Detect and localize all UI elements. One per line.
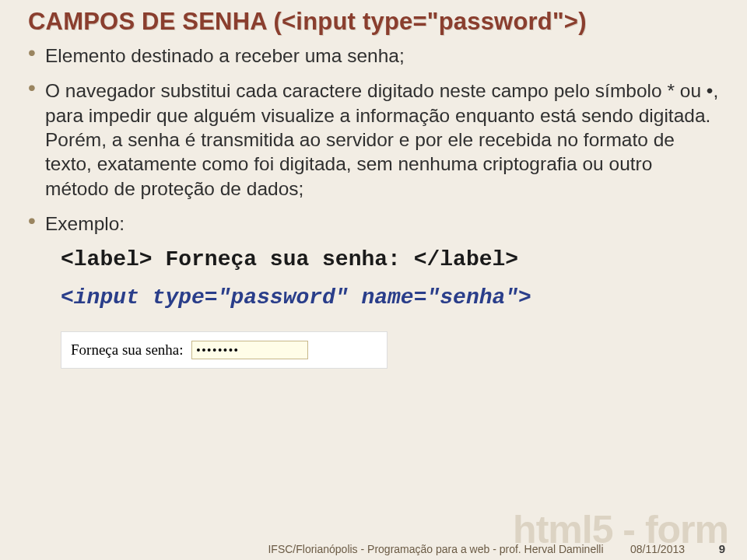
bullet-item: Elemento destinado a receber uma senha; [28, 44, 719, 68]
bullet-list: Elemento destinado a receber uma senha; … [28, 44, 719, 236]
slide-title: CAMPOS DE SENHA (<input type="password">… [28, 8, 719, 36]
footer-page-number: 9 [719, 542, 725, 555]
bullet-text: Exemplo: [45, 213, 124, 234]
example-render-box: Forneça sua senha: [61, 331, 388, 369]
bullet-item: Exemplo: [28, 212, 719, 236]
slide: CAMPOS DE SENHA (<input type="password">… [0, 0, 747, 560]
bullet-item: O navegador substitui cada caractere dig… [28, 79, 719, 201]
code-line-label: <label> Forneça sua senha: </label> [61, 247, 719, 271]
bullet-text: O navegador substitui cada caractere dig… [45, 80, 718, 198]
bullet-text: Elemento destinado a receber uma senha; [45, 45, 405, 66]
example-label: Forneça sua senha: [71, 341, 184, 359]
footer-date: 08/11/2013 [630, 543, 685, 555]
password-input[interactable] [191, 341, 308, 359]
code-line-input: <input type="password" name="senha"> [61, 285, 719, 310]
